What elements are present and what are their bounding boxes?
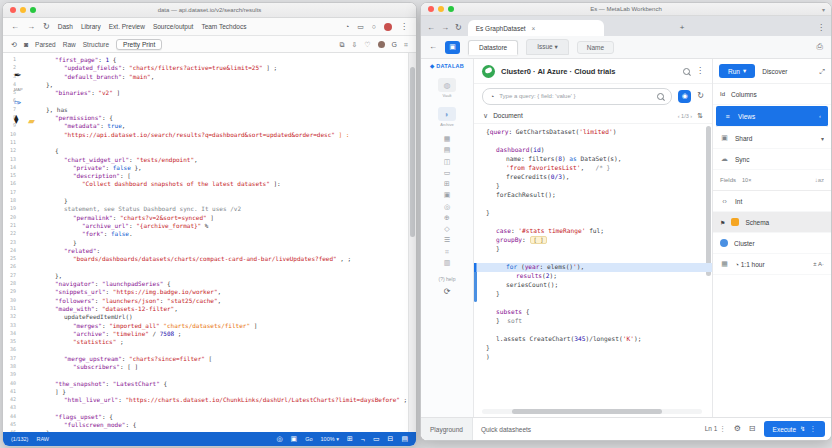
chevron-down-icon[interactable]: ▾ [822,6,825,13]
apps-grid-icon[interactable]: ⌗ [404,41,408,48]
reload-icon[interactable]: ⟳ [444,288,451,296]
editor-line[interactable]: } [474,182,712,191]
maximize-window-icon[interactable] [448,6,454,12]
download-icon[interactable]: ⇩ [351,41,357,48]
maximize-window-icon[interactable] [30,7,36,13]
diamond-icon[interactable]: ◇ [444,225,449,234]
row-trailing[interactable]: ‹ [819,113,821,119]
clock-icon[interactable]: ◔ [345,23,349,30]
avatar[interactable] [378,41,385,48]
undo-icon[interactable]: ¬ [361,436,365,443]
kebab-icon[interactable]: ⋮ [817,23,825,32]
panel-icon[interactable]: ◫ [444,158,451,167]
panel-row[interactable]: ▣Shard▾ [713,128,831,149]
query-input[interactable]: ◔ Type a query: { field: 'value' } [482,88,672,105]
tab-pretty-print[interactable]: Pretty Print [116,39,162,50]
back-icon[interactable]: ← [11,23,19,31]
new-tab-icon[interactable]: + [680,23,685,32]
editor-line[interactable]: forEachResult(); [474,191,712,200]
help-link[interactable]: (?) help [439,276,456,282]
editor-line[interactable]: dashboard(id) [474,146,712,155]
panel-row[interactable]: Cluster [713,233,831,254]
editor-line[interactable] [474,200,712,209]
sidebar-item-vault[interactable]: ◍ Vault [438,72,456,98]
editor-line[interactable]: groupBy: [ ] [474,236,712,245]
tab-structure[interactable]: Structure [83,41,109,48]
editor-line[interactable]: } [474,290,712,299]
panel-toggle-icon[interactable]: ⊟ [749,425,756,433]
rows-icon[interactable]: ▤ [444,146,451,155]
discover-link[interactable]: Discover [762,68,787,75]
window-controls[interactable] [428,6,454,12]
kebab-icon[interactable]: ⋮ [400,23,408,31]
back-icon[interactable]: ← [429,43,437,51]
folder-icon[interactable]: ▰ [28,117,35,126]
scrollbar-vertical[interactable] [408,53,416,432]
primary-square-button[interactable]: ▣ [445,41,460,54]
g-icon[interactable]: G [392,41,397,48]
card-icon[interactable]: ▣ [444,191,451,200]
editor-line[interactable]: l.assets CreateChart(345)/longest('K'); [474,335,712,344]
search-icon[interactable] [657,93,664,100]
row-trailing[interactable]: ↓az [815,177,824,183]
plus-circle-icon[interactable]: ⊕ [444,214,450,223]
back-icon[interactable]: ⟲ [11,41,17,48]
scrollbar-thumb[interactable] [512,409,662,414]
editor-line[interactable]: ) [474,353,712,362]
forward-icon[interactable]: → [27,23,35,31]
card-icon[interactable]: ▣ [291,435,298,443]
tab-issue[interactable]: Issue ▾ [526,39,569,55]
kebab-icon[interactable]: ⋮ [810,425,817,433]
editor-line[interactable]: seriesCount(); [474,281,712,290]
tab-parsed[interactable]: Parsed [35,41,56,48]
menu-item[interactable]: Team Techdocs [201,23,246,30]
feather-icon[interactable]: ✑ [14,99,22,108]
history-clock-icon[interactable]: ◔ [490,93,494,100]
close-tab-icon[interactable]: × [532,25,536,32]
editor-line[interactable]: name: filters(8) as DataSet(s), [474,155,712,164]
pen-icon[interactable]: ✒ [14,71,22,80]
editor-line[interactable]: } [474,344,712,353]
target-icon[interactable]: ◎ [444,203,450,212]
editor-line[interactable]: freeCredits(0/3), [474,173,712,182]
name-box[interactable]: Name [577,41,614,54]
sort-icon[interactable]: ⇅ [697,112,703,119]
copy-icon[interactable]: ⧉ [339,41,344,48]
close-window-icon[interactable] [10,7,16,13]
zoom-level[interactable]: 100% ▾ [321,436,339,442]
run-button[interactable]: Run ▾ [719,64,755,78]
editor-scrollbar-horizontal[interactable] [482,409,702,414]
minimize-window-icon[interactable] [438,6,444,12]
editor-line[interactable] [474,326,712,335]
grid-icon[interactable]: ▦ [444,135,451,144]
tab-datastore[interactable]: Datastore [468,40,518,55]
gear-icon[interactable]: ⚙ [734,425,741,433]
menu-item[interactable]: Source/output [153,23,193,30]
editor-line[interactable] [474,254,712,263]
editor-line[interactable]: } [474,209,712,218]
panel-row[interactable]: ‹›Int [713,191,831,212]
editor-line[interactable]: 'from favoritesList', /* } [474,164,712,173]
extensions-icon[interactable]: ▭ [357,23,364,30]
outline-icon[interactable]: ▭ [444,169,451,178]
json-content[interactable]: "first_page": 1 {"updated_fields": "char… [16,53,408,432]
menu-item[interactable]: Dash [58,23,73,30]
hash-icon[interactable]: ⌗ [445,248,449,257]
panel-icon[interactable]: ⊟ [388,435,394,443]
editor-line[interactable]: results(2); [474,272,712,281]
scrollbar-thumb[interactable] [410,67,415,237]
tab-raw[interactable]: Raw [63,41,76,48]
inline-widget[interactable]: [ ] [530,236,548,244]
close-window-icon[interactable] [428,6,434,12]
sidebar-item-archive[interactable]: ◗ Archive [438,101,456,127]
editor-line[interactable]: case: '#stats timeRange' ful; [474,227,712,236]
execute-button[interactable]: Execute↯⋮ [764,421,825,437]
editor-line[interactable]: {query: GetChartsDataset('limited') [474,128,712,137]
row-trailing[interactable]: ± A· [813,261,824,267]
editor-line[interactable]: subsets { [474,308,712,317]
editor-line[interactable] [474,137,712,146]
expand-icon[interactable]: ⤢ [819,68,825,75]
menu-item[interactable]: Library [81,23,101,30]
forward-icon[interactable]: → [441,23,449,32]
panel-row[interactable]: IdColumns [713,84,831,105]
